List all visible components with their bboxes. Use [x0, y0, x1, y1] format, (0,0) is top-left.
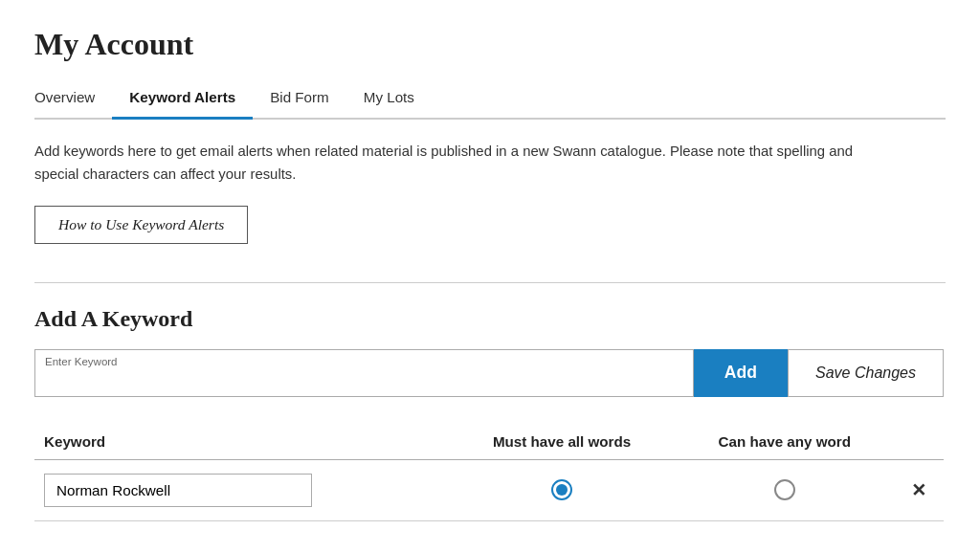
must-have-all-radio[interactable]	[551, 479, 572, 500]
add-keyword-section-title: Add A Keyword	[34, 306, 946, 332]
tab-bid-form[interactable]: Bid Form	[253, 79, 346, 120]
table-row: ✕	[34, 459, 944, 520]
delete-cell[interactable]: ✕	[894, 459, 944, 520]
keyword-value-input[interactable]	[44, 474, 312, 507]
tab-overview[interactable]: Overview	[34, 79, 112, 120]
description-text: Add keywords here to get email alerts wh…	[34, 141, 896, 187]
add-button[interactable]: Add	[694, 349, 788, 397]
keyword-input-wrap: Enter Keyword	[34, 349, 694, 397]
keyword-cell	[34, 459, 449, 520]
save-changes-button[interactable]: Save Changes	[788, 349, 944, 397]
col-keyword: Keyword	[34, 426, 449, 460]
keyword-input-label: Enter Keyword	[45, 356, 118, 367]
delete-button[interactable]: ✕	[911, 479, 926, 501]
page-wrapper: My Account Overview Keyword Alerts Bid F…	[0, 0, 980, 552]
must-have-all-cell[interactable]	[449, 459, 676, 520]
can-have-any-cell[interactable]	[676, 459, 894, 520]
col-delete	[894, 426, 944, 460]
tab-keyword-alerts[interactable]: Keyword Alerts	[112, 79, 253, 120]
can-have-any-radio[interactable]	[774, 479, 795, 500]
keyword-table: Keyword Must have all words Can have any…	[34, 426, 944, 521]
page-title: My Account	[34, 27, 946, 62]
col-can-have-any: Can have any word	[676, 426, 894, 460]
tab-my-lots[interactable]: My Lots	[346, 79, 432, 120]
tabs-nav: Overview Keyword Alerts Bid Form My Lots	[34, 79, 946, 120]
section-divider	[34, 282, 946, 283]
add-keyword-row: Enter Keyword Add Save Changes	[34, 349, 944, 397]
col-must-have-all: Must have all words	[449, 426, 676, 460]
table-header-row: Keyword Must have all words Can have any…	[34, 426, 944, 460]
keyword-input[interactable]	[35, 350, 693, 396]
how-to-button[interactable]: How to Use Keyword Alerts	[34, 206, 248, 244]
